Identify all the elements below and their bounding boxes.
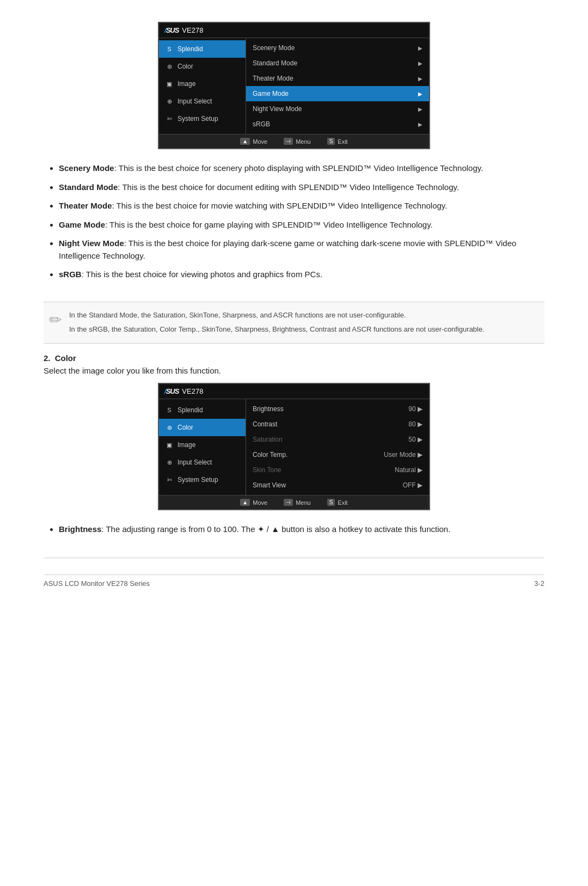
srgb-label: sRGB — [253, 120, 270, 128]
section2-heading: 2. Color — [44, 353, 544, 363]
image-label-1: Image — [177, 80, 195, 88]
system-label-1: System Setup — [177, 115, 218, 123]
bullet-nightview-text: : This is the best choice for playing da… — [59, 239, 516, 260]
move-label-2: Move — [253, 499, 267, 506]
bullet-standard-bold: Standard Mode — [59, 182, 118, 192]
right-item-srgb[interactable]: sRGB ▶ — [246, 117, 429, 132]
menu-label-1: Menu — [296, 138, 311, 145]
theater-label: Theater Mode — [253, 75, 293, 82]
srgb-arrow: ▶ — [418, 121, 422, 127]
colortemp-label: Color Temp. — [253, 451, 287, 459]
right-item-saturation[interactable]: Saturation 50 ▶ — [246, 432, 429, 447]
left-item-image-2[interactable]: ▣ Image — [159, 436, 246, 454]
bullet-nightview: Night View Mode: This is the best choice… — [59, 237, 544, 262]
image-icon-1: ▣ — [164, 79, 174, 89]
bullet-srgb-text: : This is the best choice for viewing ph… — [82, 270, 322, 279]
monitor-osd-2: /SUS VE278 S Splendid ⊛ Color ▣ Image ⊕ … — [158, 383, 430, 510]
bullet-srgb: sRGB: This is the best choice for viewin… — [59, 268, 544, 281]
system-icon-1: ✄ — [164, 114, 174, 124]
left-item-input-1[interactable]: ⊕ Input Select — [159, 93, 246, 110]
color-label-1: Color — [177, 63, 193, 70]
section2-subtext: Select the image color you like from thi… — [44, 366, 544, 375]
nightview-arrow: ▶ — [418, 106, 422, 112]
saturation-value: 50 ▶ — [408, 436, 422, 443]
bullet-theater: Theater Mode: This is the best choice fo… — [59, 200, 544, 212]
smartview-value: OFF ▶ — [403, 481, 422, 489]
bullet-srgb-bold: sRGB — [59, 270, 82, 279]
contrast-value: 80 ▶ — [408, 420, 422, 428]
standard-arrow: ▶ — [418, 60, 422, 66]
left-item-color-2[interactable]: ⊛ Color — [159, 419, 246, 436]
bullet-brightness: Brightness: The adjusting range is from … — [59, 523, 544, 536]
contrast-label: Contrast — [253, 420, 277, 428]
footer-page-number: 3-2 — [534, 579, 544, 588]
footer-exit-2: S Exit — [327, 499, 348, 506]
monitor-right-menu-2: Brightness 90 ▶ Contrast 80 ▶ Saturation… — [246, 399, 429, 495]
bullet-scenery-text: : This is the best choice for scenery ph… — [114, 163, 483, 173]
exit-label-1: Exit — [338, 138, 347, 145]
footer-exit-1: S Exit — [327, 138, 348, 145]
left-item-image-1[interactable]: ▣ Image — [159, 75, 246, 93]
monitor-body-1: S Splendid ⊛ Color ▣ Image ⊕ Input Selec… — [159, 38, 429, 134]
scenery-label: Scenery Mode — [253, 44, 295, 52]
splendid-icon-1: S — [164, 44, 174, 54]
section2-number: 2. — [44, 353, 51, 363]
splendid-content: Scenery Mode: This is the best choice fo… — [44, 162, 544, 293]
monitor-model-1: VE278 — [182, 26, 203, 34]
left-item-system-1[interactable]: ✄ System Setup — [159, 110, 246, 127]
footer-move-1: ▲ Move — [240, 138, 267, 145]
bullet-game: Game Mode: This is the best choice for g… — [59, 219, 544, 231]
page-divider — [44, 558, 544, 558]
right-item-contrast[interactable]: Contrast 80 ▶ — [246, 417, 429, 432]
right-item-standard[interactable]: Standard Mode ▶ — [246, 56, 429, 71]
right-item-scenery[interactable]: Scenery Mode ▶ — [246, 40, 429, 56]
right-item-theater[interactable]: Theater Mode ▶ — [246, 71, 429, 86]
bullet-brightness-text: : The adjusting range is from 0 to 100. … — [101, 524, 450, 534]
right-item-nightview[interactable]: Night View Mode ▶ — [246, 101, 429, 117]
color-content: Brightness: The adjusting range is from … — [44, 523, 544, 548]
monitor-footer-1: ▲ Move ⊣ Menu S Exit — [159, 134, 429, 148]
page-footer: ASUS LCD Monitor VE278 Series 3-2 — [44, 575, 544, 588]
color-icon-2: ⊛ — [164, 423, 174, 432]
move-icon-2: ▲ — [240, 499, 250, 506]
right-item-smartview[interactable]: Smart View OFF ▶ — [246, 478, 429, 493]
game-arrow: ▶ — [418, 91, 422, 97]
nightview-label: Night View Mode — [253, 105, 302, 113]
bullet-game-bold: Game Mode — [59, 220, 105, 229]
input-label-1: Input Select — [177, 97, 212, 105]
left-item-splendid-2[interactable]: S Splendid — [159, 401, 246, 419]
color-icon-1: ⊛ — [164, 62, 174, 71]
right-item-skintone[interactable]: Skin Tone Natural ▶ — [246, 462, 429, 478]
input-label-2: Input Select — [177, 459, 212, 466]
brightness-value: 90 ▶ — [408, 405, 422, 413]
left-item-system-2[interactable]: ✄ System Setup — [159, 471, 246, 488]
section2-title: Color — [55, 353, 76, 363]
left-item-input-2[interactable]: ⊕ Input Select — [159, 454, 246, 471]
footer-move-2: ▲ Move — [240, 499, 267, 506]
monitor-left-menu-2: S Splendid ⊛ Color ▣ Image ⊕ Input Selec… — [159, 399, 246, 495]
smartview-label: Smart View — [253, 481, 286, 489]
right-item-brightness[interactable]: Brightness 90 ▶ — [246, 401, 429, 417]
system-icon-2: ✄ — [164, 475, 174, 485]
monitor-footer-2: ▲ Move ⊣ Menu S Exit — [159, 495, 429, 509]
color-bullet-list: Brightness: The adjusting range is from … — [44, 523, 544, 536]
menu-icon-1: ⊣ — [284, 138, 293, 145]
left-item-color-1[interactable]: ⊛ Color — [159, 58, 246, 75]
monitor-title-bar-1: /SUS VE278 — [159, 23, 429, 38]
asus-logo-1: /SUS — [164, 26, 179, 34]
left-item-splendid-1[interactable]: S Splendid — [159, 40, 246, 58]
footer-menu-1: ⊣ Menu — [284, 138, 311, 145]
monitor-osd-1: /SUS VE278 S Splendid ⊛ Color ▣ Image ⊕ … — [158, 22, 430, 149]
move-label-1: Move — [253, 138, 267, 145]
bullet-theater-bold: Theater Mode — [59, 201, 112, 210]
right-item-colortemp[interactable]: Color Temp. User Mode ▶ — [246, 447, 429, 462]
bullet-game-text: : This is the best choice for game playi… — [105, 220, 433, 229]
footer-menu-2: ⊣ Menu — [284, 499, 311, 506]
standard-label: Standard Mode — [253, 59, 297, 67]
input-icon-1: ⊕ — [164, 96, 174, 106]
right-item-game[interactable]: Game Mode ▶ — [246, 86, 429, 101]
brightness-label: Brightness — [253, 405, 284, 413]
exit-label-2: Exit — [338, 499, 347, 506]
bullet-brightness-bold: Brightness — [59, 524, 101, 534]
monitor-right-menu-1: Scenery Mode ▶ Standard Mode ▶ Theater M… — [246, 38, 429, 134]
